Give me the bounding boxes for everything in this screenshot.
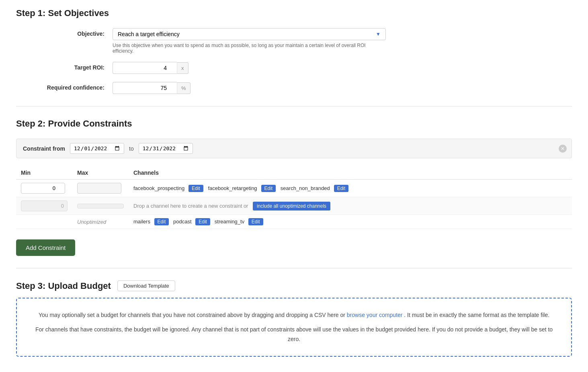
constraints-table: Min Max Channels facebook_prospecting Ed… (16, 166, 572, 229)
channel-facebook-prospecting: facebook_prospecting (133, 185, 184, 191)
required-confidence-input[interactable] (113, 82, 177, 94)
objective-hint: Use this objective when you want to spen… (113, 43, 386, 54)
required-confidence-label: Required confidence: (40, 82, 113, 91)
to-label: to (129, 145, 134, 152)
target-roi-field: Target ROI: x (40, 62, 572, 74)
channel-mailers: mailers (133, 219, 150, 225)
required-confidence-input-group: % (113, 82, 191, 94)
row1-max-input[interactable] (77, 183, 121, 194)
edit-search-non-branded-button[interactable]: Edit (334, 185, 349, 192)
constraint-date-bar: Constraint from to ✕ (16, 139, 572, 158)
col-channels: Channels (129, 166, 572, 180)
channel-search-non-branded: search_non_branded (281, 185, 330, 191)
unoptimized-row: Unoptimized mailers Edit podcast Edit st… (16, 215, 572, 229)
col-max: Max (72, 166, 129, 180)
objective-label: Objective: (40, 28, 113, 37)
target-roi-suffix: x (177, 62, 188, 74)
target-roi-label: Target ROI: (40, 62, 113, 71)
edit-podcast-button[interactable]: Edit (195, 218, 210, 225)
edit-facebook-retargeting-button[interactable]: Edit (261, 185, 276, 192)
target-roi-input[interactable] (113, 62, 177, 74)
step2-title: Step 2: Provide Constraints (16, 119, 572, 129)
objective-field: Objective: Reach a target efficiency ▼ U… (40, 28, 572, 54)
drop-zone-row: 0 Drop a channel here to create a new co… (16, 197, 572, 215)
unoptimized-label: Unoptimized (72, 215, 129, 229)
channel-facebook-retargeting: facebook_retargeting (208, 185, 257, 191)
edit-streaming-tv-button[interactable]: Edit (248, 218, 263, 225)
date-to-input[interactable] (139, 143, 193, 154)
edit-facebook-prospecting-button[interactable]: Edit (188, 185, 203, 192)
col-min: Min (16, 166, 72, 180)
objective-dropdown[interactable]: Reach a target efficiency ▼ (113, 28, 386, 40)
constraint-row-1: facebook_prospecting Edit facebook_retar… (16, 180, 572, 197)
upload-zone[interactable]: You may optionally set a budget for chan… (16, 298, 572, 357)
target-roi-input-group: x (113, 62, 188, 74)
channel-podcast: podcast (173, 219, 192, 225)
required-confidence-suffix: % (177, 82, 191, 94)
download-template-button[interactable]: Download Template (117, 280, 175, 291)
edit-mailers-button[interactable]: Edit (154, 218, 169, 225)
include-all-channels-button[interactable]: include all unoptimized channels (253, 202, 330, 211)
required-confidence-field: Required confidence: % (40, 82, 572, 94)
objective-value: Reach a target efficiency (118, 31, 180, 37)
chevron-down-icon: ▼ (376, 31, 381, 37)
step3-header: Step 3: Upload Budget Download Template (16, 280, 572, 291)
drop-zone-text: Drop a channel here to create a new cons… (133, 203, 248, 209)
upload-text-1: You may optionally set a budget for chan… (33, 311, 555, 320)
date-from-input[interactable] (70, 143, 124, 154)
add-constraint-button[interactable]: Add Constraint (16, 239, 75, 256)
channel-streaming-tv: streaming_tv (215, 219, 244, 225)
browse-computer-link[interactable]: browse your computer (347, 312, 403, 318)
upload-text-2: For channels that have constraints, the … (33, 325, 555, 344)
row1-min-input[interactable] (21, 183, 65, 194)
step1-title: Step 1: Set Objectives (16, 8, 572, 18)
constraint-from-label: Constraint from (23, 145, 65, 152)
close-constraint-button[interactable]: ✕ (559, 145, 567, 153)
step3-title: Step 3: Upload Budget (16, 281, 111, 291)
objective-content: Reach a target efficiency ▼ Use this obj… (113, 28, 386, 54)
